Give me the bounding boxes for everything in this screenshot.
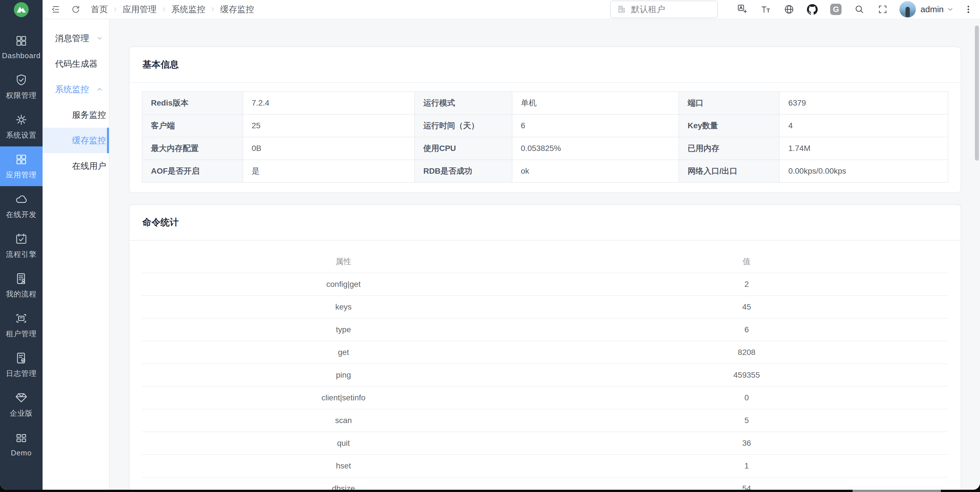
info-value: 单机: [512, 92, 679, 115]
sidebar-item-online-dev[interactable]: 在线开发: [0, 186, 43, 226]
submenu-item-code-generator[interactable]: 代码生成器: [43, 51, 109, 76]
cmd-value: 54: [545, 477, 948, 490]
user-name[interactable]: admin: [920, 5, 944, 14]
info-label: RDB是否成功: [415, 160, 512, 182]
sidebar-item-workflow-engine[interactable]: 流程引擎: [0, 226, 43, 266]
info-value: 0.053825%: [512, 137, 679, 160]
info-label: 已用内存: [679, 137, 780, 160]
sidebar-item-dashboard[interactable]: Dashboard: [0, 27, 43, 67]
table-row: dbsize54: [142, 477, 948, 490]
info-value: ok: [512, 160, 679, 182]
basic-info-table: Redis版本7.2.4运行模式单机端口6379客户端25运行时间（天）6Key…: [142, 91, 948, 183]
cmd-value: 6: [545, 318, 948, 341]
info-value: 0B: [243, 137, 415, 160]
cmd-name: type: [142, 318, 545, 341]
vertical-scrollbar[interactable]: [975, 25, 979, 161]
globe-icon[interactable]: [784, 4, 794, 15]
translate-icon[interactable]: [737, 4, 748, 15]
sidebar-item-label: 企业版: [10, 408, 33, 418]
cmd-value: 459355: [545, 364, 948, 387]
card-header: 基本信息: [129, 47, 961, 83]
card-header: 命令统计: [129, 205, 961, 240]
search-icon[interactable]: [854, 4, 865, 15]
table-row: client|setinfo0: [142, 387, 948, 409]
collapse-sidebar-icon[interactable]: [51, 5, 61, 14]
table-row: quit36: [142, 432, 948, 455]
sidebar-item-label: 租户管理: [6, 329, 37, 339]
submenu-item-message-management[interactable]: 消息管理: [43, 25, 109, 51]
info-value: 4: [780, 115, 948, 137]
sidebar-item-label: Dashboard: [2, 51, 41, 60]
chevron-down-icon[interactable]: [947, 6, 954, 13]
card-body: 属性值config|get2keys45type6get8208ping4593…: [129, 240, 961, 490]
submenu-item-label: 服务监控: [72, 109, 106, 121]
sidebar-item-label: 我的流程: [6, 289, 37, 299]
info-label: Key数量: [679, 115, 780, 137]
app-logo[interactable]: [0, 0, 43, 19]
topbar: 首页应用管理系统监控缓存监控 默认租户 G admin: [43, 0, 980, 19]
breadcrumb-system-monitor[interactable]: 系统监控: [171, 4, 205, 15]
cmd-name: hset: [142, 455, 545, 477]
sidebar-item-demo[interactable]: Demo: [0, 425, 43, 464]
sidebar-item-enterprise[interactable]: 企业版: [0, 385, 43, 425]
info-label: 运行时间（天）: [415, 115, 512, 137]
cmd-value: 8208: [545, 341, 948, 364]
tenant-select[interactable]: 默认租户: [610, 0, 718, 18]
user-avatar[interactable]: [899, 1, 916, 18]
info-label: 运行模式: [415, 92, 512, 115]
sidebar-item-permission[interactable]: 权限管理: [0, 67, 43, 107]
submenu-item-service-monitor[interactable]: 服务监控: [43, 102, 109, 128]
breadcrumb-app-management[interactable]: 应用管理: [123, 4, 157, 15]
chevron-down-icon: [96, 35, 103, 42]
info-label: 客户端: [142, 115, 243, 137]
basic-info-card: 基本信息 Redis版本7.2.4运行模式单机端口6379客户端25运行时间（天…: [129, 46, 961, 193]
info-value: 6379: [780, 92, 948, 115]
table-row: hset1: [142, 455, 948, 477]
gitee-icon[interactable]: G: [830, 4, 842, 15]
breadcrumb-cache-monitor[interactable]: 缓存监控: [220, 4, 254, 15]
cloud-icon: [15, 193, 28, 206]
sidebar-item-app-management[interactable]: 应用管理: [0, 146, 43, 186]
submenu-item-label: 代码生成器: [55, 58, 98, 70]
grid-icon: [15, 153, 28, 166]
desktop-edge-strip: [0, 490, 980, 492]
breadcrumb-home[interactable]: 首页: [91, 4, 108, 15]
info-value: 是: [243, 160, 415, 182]
submenu-item-online-users[interactable]: 在线用户: [43, 153, 109, 179]
doc-user-icon: [15, 272, 28, 285]
submenu-item-cache-monitor[interactable]: 缓存监控: [43, 128, 109, 153]
desktop-edge-gray: [853, 490, 941, 492]
primary-sidebar: Dashboard权限管理系统设置应用管理在线开发流程引擎我的流程租户管理日志管…: [0, 0, 43, 490]
submenu-item-label: 在线用户: [72, 160, 106, 172]
sidebar-item-my-workflow[interactable]: 我的流程: [0, 266, 43, 305]
cmd-name: ping: [142, 364, 545, 387]
app-window: Dashboard权限管理系统设置应用管理在线开发流程引擎我的流程租户管理日志管…: [0, 0, 980, 490]
sidebar-item-log-management[interactable]: 日志管理: [0, 345, 43, 385]
frame-icon: [15, 312, 28, 325]
refresh-icon[interactable]: [71, 5, 81, 14]
cmd-name: get: [142, 341, 545, 364]
sidebar-item-label: 权限管理: [6, 91, 37, 100]
tenant-placeholder: 默认租户: [631, 4, 665, 15]
card-title: 基本信息: [142, 59, 179, 70]
sidebar-item-system-settings[interactable]: 系统设置: [0, 107, 43, 146]
cmd-name: config|get: [142, 273, 545, 296]
primary-nav: Dashboard权限管理系统设置应用管理在线开发流程引擎我的流程租户管理日志管…: [0, 19, 43, 464]
chevron-right-icon: [161, 6, 167, 13]
info-label: Redis版本: [142, 92, 243, 115]
grid-icon: [15, 34, 28, 48]
fullscreen-icon[interactable]: [877, 4, 888, 15]
github-icon[interactable]: [807, 4, 818, 15]
sidebar-item-tenant-management[interactable]: 租户管理: [0, 305, 43, 345]
chevron-right-icon: [112, 6, 119, 13]
kebab-menu-icon[interactable]: [964, 5, 973, 14]
card-title: 命令统计: [142, 217, 179, 227]
cmd-value: 36: [545, 432, 948, 455]
command-stats-table: 属性值config|get2keys45type6get8208ping4593…: [142, 250, 948, 490]
calendar-check-icon: [15, 232, 28, 245]
submenu-item-system-monitor[interactable]: 系统监控: [43, 76, 109, 102]
cmd-name: keys: [142, 296, 545, 318]
font-size-icon[interactable]: [760, 4, 771, 15]
shield-check-icon: [15, 73, 28, 86]
building-icon: [617, 5, 627, 14]
